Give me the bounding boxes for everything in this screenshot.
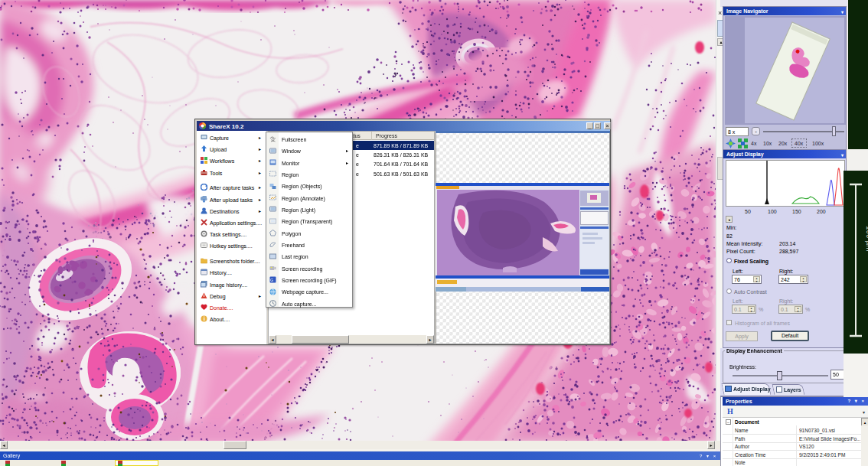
svg-text:100 µm: 100 µm: [865, 226, 868, 252]
svg-text:G: G: [270, 278, 273, 282]
